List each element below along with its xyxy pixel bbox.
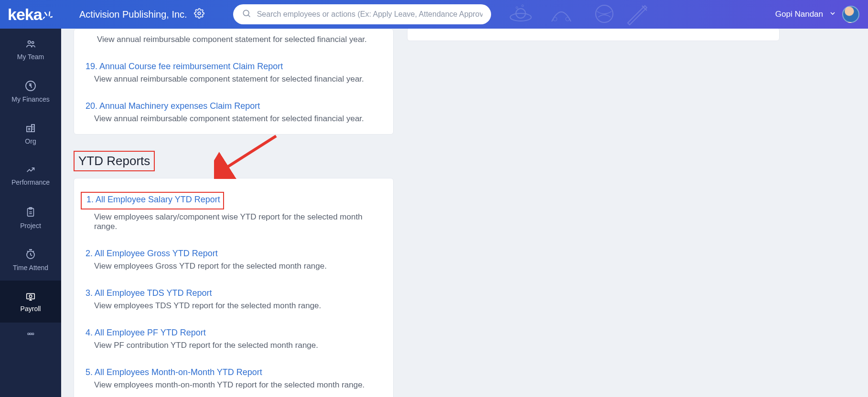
company-name[interactable]: Activision Publishing, Inc. (79, 9, 187, 20)
svg-rect-25 (30, 333, 32, 334)
brand-logo[interactable]: keka (8, 6, 60, 22)
sidebar-item-my-team[interactable]: My Team (0, 29, 61, 71)
svg-rect-24 (28, 333, 29, 334)
report-num: 3. (86, 288, 93, 298)
report-num: 19. (86, 62, 97, 71)
report-row: 20. Annual Machinery expenses Claim Repo… (86, 94, 382, 124)
sidebar-item-payroll[interactable]: Payroll (0, 281, 61, 323)
report-link-annual-machinery[interactable]: 20. Annual Machinery expenses Claim Repo… (86, 101, 260, 111)
report-desc: View employees Gross YTD report for the … (86, 261, 382, 271)
report-title: All Employee TDS YTD Report (95, 288, 212, 298)
report-desc: View employees salary/component wise YTD… (86, 212, 382, 231)
svg-point-4 (553, 17, 557, 21)
svg-point-23 (29, 295, 32, 298)
search-icon (242, 9, 251, 20)
sidebar: My Team My Finances Org Performance Proj… (0, 29, 61, 397)
claim-reports-card: View annual reimbursable component state… (74, 29, 394, 135)
report-num: 1. (86, 195, 94, 204)
sidebar-item-my-finances[interactable]: My Finances (0, 71, 61, 113)
sidebar-item-performance[interactable]: Performance (0, 155, 61, 197)
report-desc: View annual reimbursable component state… (86, 35, 382, 44)
svg-line-7 (43, 17, 44, 19)
report-row: 4. All Employee PF YTD Report View PF co… (86, 321, 382, 350)
sidebar-item-label: Performance (11, 178, 50, 186)
report-row: View annual reimbursable component state… (86, 29, 382, 44)
report-link-employee-gross-ytd[interactable]: 2. All Employee Gross YTD Report (86, 249, 218, 258)
topbar-user: Gopi Nandan (775, 6, 868, 23)
svg-point-11 (198, 12, 201, 15)
brand-text: keka (8, 6, 42, 22)
report-title: All Employee PF YTD Report (95, 328, 206, 337)
avatar[interactable] (842, 6, 859, 23)
sidebar-item-time-attend[interactable]: Time Attend (0, 239, 61, 281)
main-content: View annual reimbursable component state… (61, 29, 868, 397)
report-title: All Employee Gross YTD Report (95, 249, 218, 258)
report-desc: View employees TDS YTD report for the se… (86, 301, 382, 311)
report-num: 2. (86, 249, 93, 258)
report-num: 5. (86, 367, 93, 377)
report-desc: View PF contribution YTD report for the … (86, 341, 382, 350)
ytd-reports-card: 1. All Employee Salary YTD Report View e… (74, 178, 394, 397)
search-box[interactable] (233, 4, 491, 24)
sidebar-item-label: Org (25, 137, 36, 145)
svg-line-10 (51, 17, 53, 17)
search-input[interactable] (257, 10, 482, 19)
sidebar-item-label: Payroll (21, 305, 41, 313)
svg-point-14 (28, 41, 31, 44)
report-title: All Employee Salary YTD Report (96, 195, 220, 204)
brand-spikes-icon (43, 5, 53, 21)
report-link-employee-pf-ytd[interactable]: 4. All Employee PF YTD Report (86, 328, 206, 337)
report-num: 20. (86, 101, 97, 111)
topbar: keka Activision Publishing, Inc. Gopi Na… (0, 0, 868, 29)
sidebar-item-org[interactable]: Org (0, 113, 61, 155)
report-row: 2. All Employee Gross YTD Report View em… (86, 242, 382, 271)
report-row: 3. All Employee TDS YTD Report View empl… (86, 282, 382, 311)
sidebar-item-more[interactable] (0, 323, 61, 349)
report-link-employee-tds-ytd[interactable]: 3. All Employee TDS YTD Report (86, 288, 212, 298)
svg-line-13 (248, 15, 250, 17)
sidebar-item-label: Project (20, 222, 41, 230)
svg-rect-26 (32, 333, 33, 334)
sidebar-item-label: My Team (17, 53, 44, 61)
report-link-annual-course-fee[interactable]: 19. Annual Course fee reimbursement Clai… (86, 62, 283, 71)
report-link-employee-salary-ytd[interactable]: 1. All Employee Salary YTD Report (86, 195, 220, 204)
report-title: All Employees Month-on-Month YTD Report (95, 367, 262, 377)
ytd-section-title: YTD Reports (74, 151, 155, 171)
svg-point-5 (566, 17, 569, 21)
svg-point-0 (510, 13, 531, 21)
user-name[interactable]: Gopi Nandan (775, 10, 823, 19)
report-num: 4. (86, 328, 93, 337)
report-desc: View annual reimbursable component state… (86, 114, 382, 124)
svg-point-3 (522, 5, 524, 7)
svg-line-8 (45, 12, 47, 15)
svg-line-9 (49, 12, 50, 16)
gear-icon[interactable] (194, 8, 204, 21)
report-row: 19. Annual Course fee reimbursement Clai… (86, 55, 382, 84)
report-row: 5. All Employees Month-on-Month YTD Repo… (86, 361, 382, 390)
sidebar-item-project[interactable]: Project (0, 197, 61, 239)
chevron-down-icon[interactable] (829, 10, 836, 19)
sidebar-item-label: Time Attend (13, 264, 48, 272)
svg-point-2 (516, 7, 518, 9)
right-card-stub (407, 29, 780, 41)
report-desc: View annual reimbursable component state… (86, 74, 382, 84)
report-desc: View employees month-on-month YTD report… (86, 380, 382, 390)
report-title: Annual Course fee reimbursement Claim Re… (99, 62, 283, 71)
svg-point-6 (596, 5, 613, 22)
report-row: 1. All Employee Salary YTD Report View e… (86, 187, 382, 231)
svg-point-1 (516, 9, 525, 18)
svg-rect-17 (27, 126, 32, 132)
sidebar-item-label: My Finances (11, 95, 49, 103)
svg-point-15 (32, 42, 33, 43)
report-link-employee-mom-ytd[interactable]: 5. All Employees Month-on-Month YTD Repo… (86, 367, 262, 377)
svg-point-12 (243, 10, 249, 16)
report-title: Annual Machinery expenses Claim Report (99, 101, 260, 111)
svg-rect-22 (27, 293, 35, 299)
